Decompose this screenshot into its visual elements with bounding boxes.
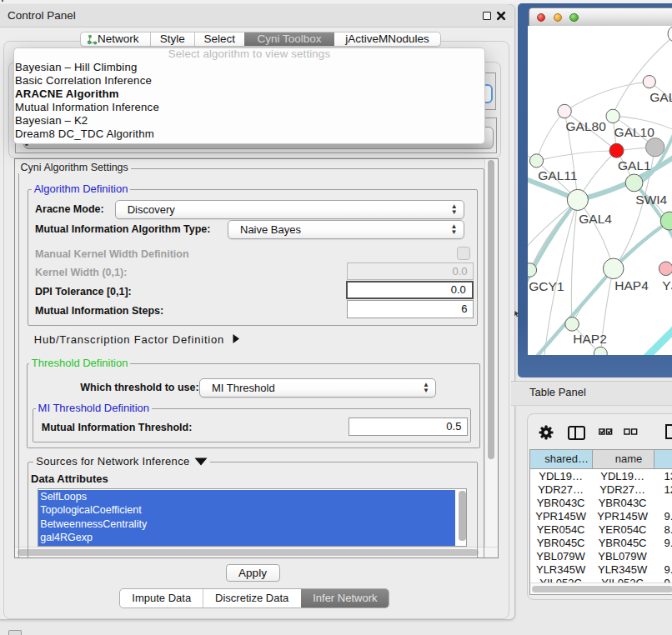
svg-text:GAL4: GAL4 — [579, 212, 612, 226]
svg-text:GAL80: GAL80 — [565, 119, 606, 133]
svg-text:GCY1: GCY1 — [529, 279, 564, 293]
svg-text:GAL11: GAL11 — [538, 168, 577, 182]
svg-text:GAL7: GAL7 — [649, 90, 672, 104]
svg-text:HAP2: HAP2 — [573, 332, 607, 346]
svg-text:YJ: YJ — [662, 278, 672, 292]
svg-text:SWI4: SWI4 — [635, 192, 667, 206]
svg-text:GAL1: GAL1 — [618, 158, 651, 172]
svg-text:GAL10: GAL10 — [614, 125, 654, 139]
svg-text:HAP4: HAP4 — [614, 278, 649, 292]
